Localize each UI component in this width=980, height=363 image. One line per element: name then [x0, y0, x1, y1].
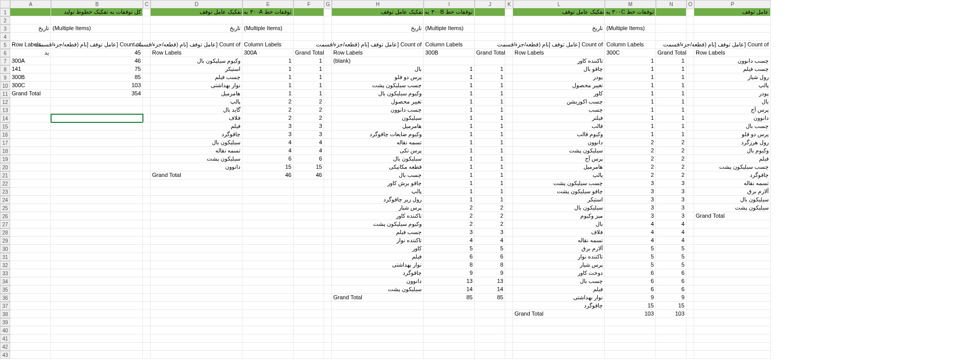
cell-L39[interactable] [513, 318, 605, 326]
cell-G31[interactable] [324, 253, 332, 261]
cell-C12[interactable] [143, 98, 151, 106]
cell-K11[interactable] [505, 90, 513, 98]
cell-O8[interactable] [687, 65, 694, 73]
cell-G24[interactable] [324, 196, 332, 204]
cell-A18[interactable] [10, 147, 51, 155]
cell-O30[interactable] [687, 245, 694, 253]
cell-A19[interactable] [10, 155, 51, 163]
cell-O23[interactable] [687, 188, 694, 196]
cell-I21[interactable]: 1 [424, 171, 475, 179]
cell-A7[interactable]: 300A [10, 57, 51, 65]
cell-F32[interactable] [293, 261, 324, 269]
cell-G17[interactable] [324, 139, 332, 147]
cell-K31[interactable] [505, 253, 513, 261]
cell-F15[interactable]: 3 [293, 122, 324, 131]
cell-C15[interactable] [143, 122, 151, 131]
cell-L17[interactable]: دانوون [513, 139, 605, 147]
cell-H16[interactable]: وکیوم ضایعات چاقوگرد [332, 131, 424, 139]
cell-D20[interactable]: دانوون [151, 163, 242, 171]
cell-F18[interactable]: 4 [293, 147, 324, 155]
cell-G23[interactable] [324, 188, 332, 196]
cell-K29[interactable] [505, 237, 513, 245]
cell-B30[interactable] [51, 245, 143, 253]
cell-B27[interactable] [51, 220, 143, 228]
cell-M4[interactable] [605, 33, 656, 41]
cell-E3[interactable]: (Multiple Items) [242, 24, 293, 33]
cell-D4[interactable] [151, 33, 242, 41]
cell-E29[interactable] [242, 237, 293, 245]
cell-I15[interactable]: 1 [424, 122, 475, 131]
cell-O29[interactable] [687, 237, 694, 245]
cell-D22[interactable] [151, 179, 242, 188]
cell-G35[interactable] [324, 286, 332, 294]
cell-K7[interactable] [505, 57, 513, 65]
cell-N15[interactable]: 1 [656, 122, 687, 131]
cell-B6[interactable]: 45 [51, 49, 143, 57]
cell-G14[interactable] [324, 114, 332, 122]
cell-G10[interactable] [324, 82, 332, 90]
cell-K20[interactable] [505, 163, 513, 171]
cell-A29[interactable] [10, 237, 51, 245]
cell-K23[interactable] [505, 188, 513, 196]
cell-H18[interactable]: پرس تکی [332, 147, 424, 155]
row-header-10[interactable]: 10 [0, 82, 10, 90]
row-header-20[interactable]: 20 [0, 163, 10, 171]
cell-D8[interactable]: استیکر [151, 65, 242, 73]
cell-A34[interactable] [10, 277, 51, 286]
cell-A41[interactable] [10, 334, 51, 343]
cell-P4[interactable] [694, 33, 771, 41]
cell-N34[interactable]: 6 [656, 277, 687, 286]
cell-K15[interactable] [505, 122, 513, 131]
cell-F23[interactable] [293, 188, 324, 196]
cell-L21[interactable]: پالپ [513, 171, 605, 179]
cell-F26[interactable] [293, 212, 324, 220]
cell-C38[interactable] [143, 310, 151, 318]
cell-B25[interactable] [51, 204, 143, 212]
cell-C43[interactable] [143, 351, 151, 359]
cell-L29[interactable]: تسمه نقاله [513, 237, 605, 245]
cell-E20[interactable]: 15 [242, 163, 293, 171]
cell-G43[interactable] [324, 351, 332, 359]
cell-E6[interactable]: 300A [242, 49, 293, 57]
cell-J4[interactable] [475, 33, 505, 41]
cell-H13[interactable]: چسب دانوون [332, 106, 424, 114]
cell-O12[interactable] [687, 98, 694, 106]
cell-E4[interactable] [242, 33, 293, 41]
cell-G34[interactable] [324, 277, 332, 286]
cell-E27[interactable] [242, 220, 293, 228]
cell-M17[interactable]: 2 [605, 139, 656, 147]
cell-A27[interactable] [10, 220, 51, 228]
cell-M19[interactable]: 2 [605, 155, 656, 163]
cell-L13[interactable]: چسب [513, 106, 605, 114]
cell-P24[interactable]: سیلیکون بال [694, 196, 771, 204]
cell-M38[interactable]: 103 [605, 310, 656, 318]
cell-O20[interactable] [687, 163, 694, 171]
cell-M39[interactable] [605, 318, 656, 326]
cell-A23[interactable] [10, 188, 51, 196]
cell-B10[interactable]: 103 [51, 82, 143, 90]
cell-P16[interactable]: پرس دو قلو [694, 131, 771, 139]
cell-N9[interactable]: 1 [656, 73, 687, 82]
cell-F30[interactable] [293, 245, 324, 253]
cell-O33[interactable] [687, 269, 694, 277]
cell-G1[interactable] [324, 8, 332, 16]
cell-M2[interactable] [605, 16, 656, 24]
cell-H9[interactable]: پرس دو قلو [332, 73, 424, 82]
cell-H22[interactable]: چاقو برش کاور [332, 179, 424, 188]
cell-H15[interactable]: هامرمیل [332, 122, 424, 131]
cell-C10[interactable] [143, 82, 151, 90]
cell-F27[interactable] [293, 220, 324, 228]
cell-D35[interactable] [151, 286, 242, 294]
cell-M35[interactable]: 6 [605, 286, 656, 294]
cell-K3[interactable] [505, 24, 513, 33]
row-header-41[interactable]: 41 [0, 334, 10, 343]
cell-E19[interactable]: 6 [242, 155, 293, 163]
cell-F6[interactable]: Grand Total [293, 49, 324, 57]
cell-A1[interactable] [10, 8, 51, 16]
cell-H32[interactable]: نوار بهداشتی [332, 261, 424, 269]
cell-D11[interactable]: هامرمیل [151, 90, 242, 98]
cell-E25[interactable] [242, 204, 293, 212]
row-header-38[interactable]: 38 [0, 310, 10, 318]
cell-G26[interactable] [324, 212, 332, 220]
cell-B33[interactable] [51, 269, 143, 277]
